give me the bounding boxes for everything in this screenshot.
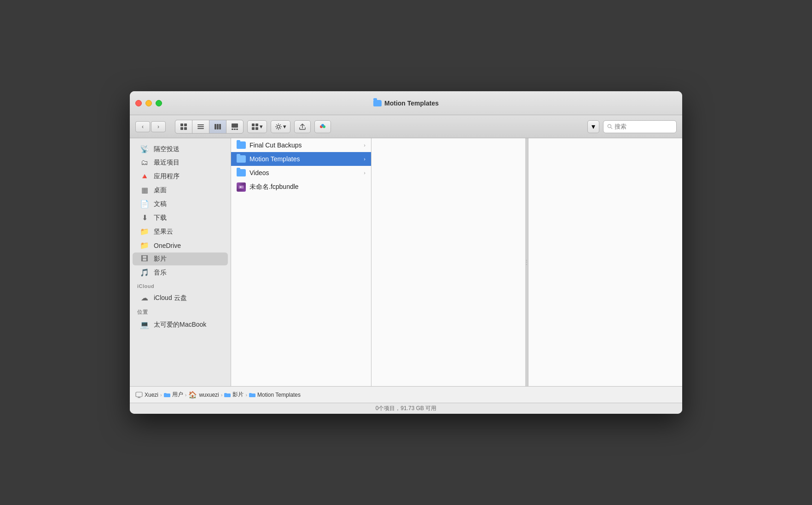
movies-icon: 🎞 [140,255,149,263]
svg-rect-4 [197,124,204,125]
sidebar-label-recents: 最近项目 [154,159,180,167]
breadcrumb-sep-1: › [160,392,162,398]
sidebar-label-airdrop: 隔空投送 [154,145,180,153]
svg-rect-8 [217,124,219,129]
folder-users-icon [164,392,170,397]
view-list-button[interactable] [192,120,209,133]
home-icon: 🏠 [188,391,197,399]
onedrive-icon: 📁 [140,241,149,250]
column-pane-1: Final Cut Backups › Motion Templates › V… [231,138,371,386]
sidebar-item-jianguo[interactable]: 📁 坚果云 [133,225,228,238]
group-button[interactable]: ▾ [247,120,267,133]
svg-rect-0 [180,123,183,126]
sidebar-item-documents[interactable]: 📄 文稿 [133,197,228,211]
forward-icon: › [157,123,159,130]
svg-point-18 [277,125,280,128]
sidebar-item-macbook[interactable]: 💻 太可爱的MacBook [133,318,228,331]
file-name-fcpbundle: 未命名.fcpbundle [249,183,299,191]
sidebar-item-movies[interactable]: 🎞 影片 [133,252,228,265]
settings-chevron-icon: ▾ [283,123,286,130]
tag-button[interactable] [314,120,331,133]
share-icon [299,123,306,130]
svg-rect-7 [215,124,216,129]
breadcrumb-sep-4: › [245,392,247,398]
breadcrumb-wuxuezi[interactable]: wuxuezi [199,392,219,398]
folder-motion-icon [249,392,255,397]
folder-icon-motion-templates [237,155,246,163]
sidebar-item-desktop[interactable]: ▦ 桌面 [133,183,228,197]
svg-rect-5 [197,126,204,127]
file-item-final-cut-backups[interactable]: Final Cut Backups › [231,138,371,152]
sidebar-item-onedrive[interactable]: 📁 OneDrive [133,239,228,252]
file-item-videos[interactable]: Videos › [231,166,371,180]
toolbar: ‹ › [130,115,682,138]
svg-rect-10 [232,123,238,128]
sidebar-item-apps[interactable]: 🔺 应用程序 [133,170,228,183]
nav-buttons: ‹ › [135,121,166,132]
file-item-motion-templates[interactable]: Motion Templates › [231,152,371,166]
group-chevron-icon: ▾ [260,123,263,130]
sidebar-item-icloud[interactable]: ☁ iCloud 云盘 [133,291,228,305]
breadcrumb-users[interactable]: 用户 [172,391,183,399]
section-location: 位置 [130,305,231,317]
group-icon [251,123,259,130]
svg-point-22 [608,124,611,128]
back-button[interactable]: ‹ [135,121,150,132]
music-icon: 🎵 [140,268,149,277]
breadcrumb-xuezi[interactable]: Xuezi [145,392,158,398]
svg-point-21 [321,124,324,127]
main-content: 📡 隔空投送 🗂 最近项目 🔺 应用程序 ▦ 桌面 📄 文稿 ⬇ 下载 [130,138,682,386]
share-button[interactable] [294,120,311,133]
sidebar-item-recents[interactable]: 🗂 最近项目 [133,156,228,169]
gear-icon [275,123,282,130]
airdrop-icon: 📡 [140,145,149,153]
svg-rect-17 [255,127,258,130]
chevron-right-videos-icon: › [364,170,365,176]
view-buttons [175,120,244,134]
svg-rect-9 [219,124,221,129]
view-column-button[interactable] [209,120,226,133]
sidebar-label-onedrive: OneDrive [154,242,181,249]
folder-icon-videos [237,169,246,176]
column-pane-3 [528,138,682,386]
breadcrumb-movies[interactable]: 影片 [232,391,244,399]
breadcrumb-sep-3: › [221,392,223,398]
traffic-lights [135,100,162,106]
view-gallery-button[interactable] [226,120,243,133]
gallery-view-icon [231,123,238,130]
file-item-fcpbundle[interactable]: 未命名.fcpbundle [231,180,371,194]
forward-button[interactable]: › [151,121,166,132]
sidebar-label-apps: 应用程序 [154,172,180,181]
macbook-icon: 💻 [140,320,149,329]
dropdown-button[interactable]: ▾ [587,120,599,133]
sidebar-item-airdrop[interactable]: 📡 隔空投送 [133,142,228,156]
chevron-right-icon: › [364,142,365,148]
file-name-final-cut-backups: Final Cut Backups [249,141,302,149]
back-icon: ‹ [142,123,144,130]
breadcrumb-motion-templates[interactable]: Motion Templates [257,392,301,398]
apps-icon: 🔺 [140,172,149,181]
sidebar-item-music[interactable]: 🎵 音乐 [133,266,228,279]
search-input[interactable] [615,123,673,130]
sidebar-label-jianguo: 坚果云 [154,228,173,236]
close-button[interactable] [135,100,142,106]
sidebar-item-downloads[interactable]: ⬇ 下载 [133,211,228,224]
svg-rect-16 [252,127,255,130]
svg-rect-15 [255,123,258,126]
file-browser: Final Cut Backups › Motion Templates › V… [231,138,682,386]
dropdown-chevron-icon: ▾ [592,122,595,131]
computer-icon [135,392,143,398]
settings-button[interactable]: ▾ [271,120,290,133]
breadcrumb-sep-2: › [185,392,187,398]
fcpbundle-icon [237,182,246,192]
window-title: Motion Templates [384,100,439,107]
folder-movies-icon [224,392,231,397]
column-pane-2 [371,138,525,386]
maximize-button[interactable] [156,100,162,106]
svg-rect-3 [184,127,187,130]
sidebar-label-icloud: iCloud 云盘 [154,294,187,302]
title-folder-icon [373,100,382,106]
search-box[interactable] [603,120,677,133]
view-icon-button[interactable] [175,120,192,133]
minimize-button[interactable] [145,100,152,106]
